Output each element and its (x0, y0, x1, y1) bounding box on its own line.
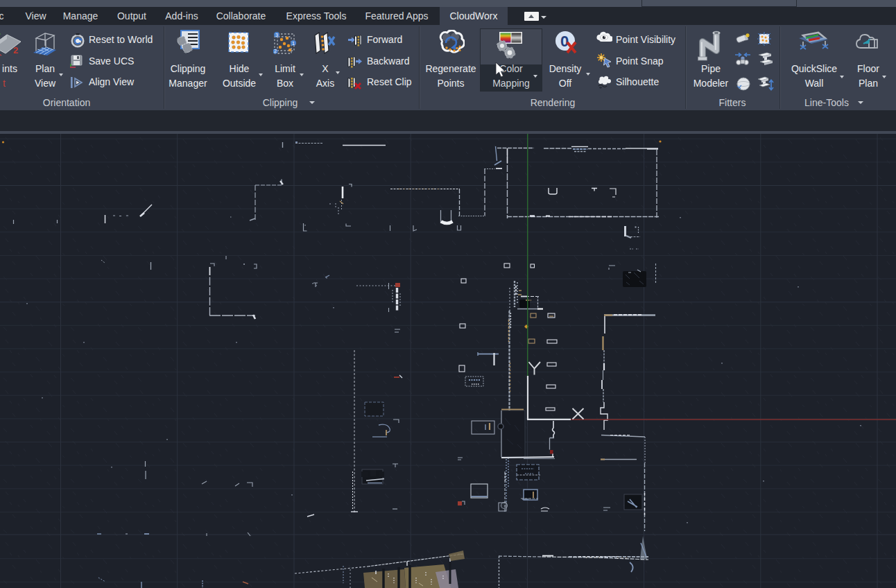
svg-text:2: 2 (13, 45, 18, 55)
svg-text:1: 1 (292, 41, 295, 46)
svg-text:0: 0 (560, 33, 569, 50)
svg-text:3: 3 (275, 33, 278, 37)
svg-text:2: 2 (274, 49, 277, 53)
